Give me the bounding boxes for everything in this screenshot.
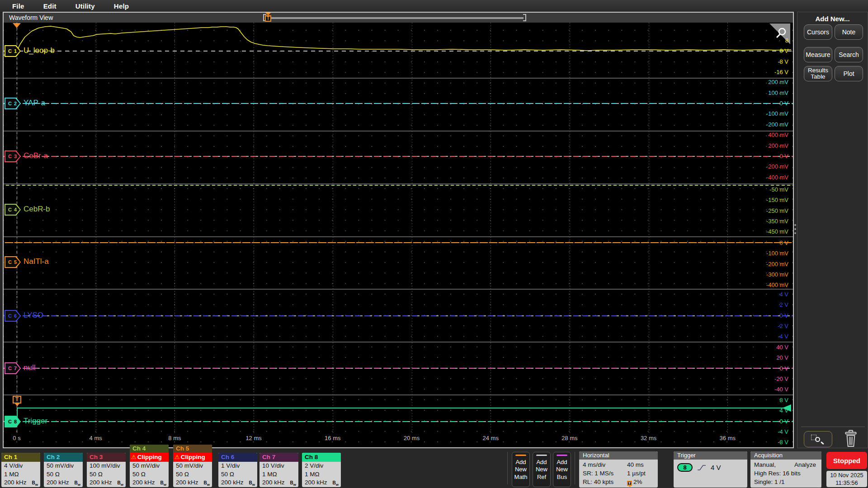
add-new-ref-button[interactable]: AddNewRef [533, 452, 551, 487]
channel-2-badge[interactable]: C 2 [5, 98, 21, 109]
add-new-results-table-button[interactable]: Results Table [804, 66, 832, 81]
panel-splitter-handle[interactable] [794, 224, 796, 236]
channel-1-badge[interactable]: C 1 [5, 45, 21, 57]
channel-7-scale-label: -20 V [752, 375, 788, 383]
channel-7-settings-badge[interactable]: Ch 710 V/div1 MΩ200 kHzBw [259, 453, 298, 487]
add-new-title: Add New... [797, 15, 868, 23]
horizontal-overview-bar[interactable]: T [263, 13, 526, 23]
trigger-pane[interactable]: Trigger 8 4 V [674, 451, 747, 488]
add-new-measure-button[interactable]: Measure [804, 47, 832, 62]
results-bar-separator [801, 427, 865, 427]
channel-3-badge[interactable]: C 3 [5, 150, 21, 162]
menu-item-help[interactable]: Help [114, 2, 129, 10]
channel-3-label[interactable]: CeBr-a [24, 151, 48, 160]
magnifier-handle-icon [821, 441, 824, 445]
channel-1-scale-label: -8 V [752, 58, 788, 66]
waveform-plot[interactable]: T C 1U_loop-b80 V-8 V-16 VC 2YAP-a200 mV… [4, 23, 793, 447]
channel-7-badge[interactable]: C 7 [5, 362, 21, 374]
add-btn-line: Add [533, 459, 550, 466]
time-axis-label: 24 ms [475, 435, 506, 441]
channel-2-settings-badge[interactable]: Ch 250 mV/div50 Ω200 kHzBw [44, 453, 83, 487]
add-btn-line: Math [512, 474, 529, 481]
add-new-note-button[interactable]: Note [835, 24, 863, 40]
channel-5-settings-badge[interactable]: Ch 5⚠Clipping50 mV/div50 Ω200 kHzBw [173, 445, 212, 487]
overview-right-bracket[interactable] [523, 14, 526, 21]
settings-separator [507, 452, 508, 484]
channel-scale-value: 50 mV/div [130, 462, 169, 470]
horizontal-value: 4 ms/div [583, 460, 627, 469]
major-gridline [727, 23, 728, 433]
channel-impedance-value: 1 MΩ [1, 470, 40, 479]
channel-4-label[interactable]: CebR-b [24, 205, 50, 214]
bandwidth-limit-icon: Bw [118, 479, 123, 487]
channel-impedance-value: 50 Ω [87, 470, 126, 479]
channel-6-badge[interactable]: C 6 [5, 310, 21, 322]
channel-4-scale-label: -150 mV [752, 197, 788, 204]
major-gridline [333, 23, 333, 433]
channel-5-scale-label: -200 mV [752, 261, 788, 268]
channel-6-settings-badge[interactable]: Ch 61 V/div50 Ω200 kHzBw [218, 453, 257, 487]
add-new-bus-button[interactable]: AddNewBus [553, 452, 571, 487]
channel-3-scale-label: -200 mV [752, 163, 788, 170]
channel-scale-value: 2 V/div [302, 462, 341, 470]
major-gridline [175, 23, 175, 433]
run-stop-button[interactable]: Stopped [826, 452, 867, 469]
channel-bandwidth-value: 200 kHzBw [130, 479, 169, 487]
horizontal-pane[interactable]: Horizontal 4 ms/div40 msSR: 1 MS/s1 µs/p… [579, 451, 658, 488]
channel-5-badge[interactable]: C 5 [5, 256, 21, 268]
channel-2-scale-label: -200 mV [752, 121, 788, 128]
channel-8-waveform [4, 421, 793, 422]
channel-4-settings-badge[interactable]: Ch 4⚠Clipping50 mV/div50 Ω200 kHzBw [130, 445, 169, 487]
channel-3-settings-badge[interactable]: Ch 3100 mV/div50 Ω200 kHzBw [87, 453, 126, 487]
channel-impedance-value: 50 Ω [218, 470, 257, 479]
channel-5-scale-label: -400 mV [752, 282, 788, 289]
channel-1-scale-label: 0 V [752, 47, 788, 55]
menu-item-file[interactable]: File [12, 2, 24, 10]
trigger-level-value: 4 V [711, 464, 721, 471]
add-new-math-button[interactable]: AddNewMath [512, 452, 530, 487]
menu-item-utility[interactable]: Utility [75, 2, 95, 10]
warning-icon: ⚠ [131, 453, 137, 462]
add-btn-line: Add [512, 459, 529, 466]
waveform-view-window: Waveform View T T C 1U_loop-b80 V-8 V-16… [3, 12, 794, 448]
time-axis-label: 4 ms [80, 435, 112, 441]
time-axis-label: 0 s [4, 435, 33, 441]
channel-2-scale-label: 0 V [752, 100, 788, 107]
trigger-source-badge: 8 [677, 463, 693, 472]
channel-badge-title: Ch 2 [44, 453, 83, 462]
channel-6-scale-label: 4 V [752, 291, 788, 298]
zoom-mode-button[interactable] [804, 431, 832, 447]
channel-8-label[interactable]: Trigger [24, 417, 47, 426]
rising-edge-icon [697, 464, 706, 471]
add-new-plot-button[interactable]: Plot [835, 66, 863, 81]
channel-1-settings-badge[interactable]: Ch 14 V/div1 MΩ200 kHzBw [1, 453, 40, 487]
channel-6-label[interactable]: LYSO [24, 311, 43, 320]
trigger-pane-title: Trigger [674, 451, 747, 460]
channel-8-scale-label: -8 V [752, 439, 788, 446]
channel-7-label[interactable]: null [24, 363, 35, 372]
overview-trigger-flag-icon[interactable]: T [265, 15, 271, 22]
menu-item-edit[interactable]: Edit [43, 2, 57, 10]
clipping-text: Clipping [137, 453, 162, 462]
add-new-cursors-button[interactable]: Cursors [804, 24, 832, 40]
channel-5-label[interactable]: NaITl-a [24, 257, 49, 266]
channel-badge-title: Ch 8 [302, 453, 341, 462]
warning-icon: ⚠ [175, 453, 180, 462]
add-new-search-button[interactable]: Search [835, 47, 863, 62]
horizontal-value: 1 µs/pt [627, 469, 654, 478]
channel-4-badge[interactable]: C 4 [5, 204, 21, 216]
time-axis-label: 32 ms [633, 435, 665, 441]
time-text: 11:35:56 [826, 479, 867, 487]
channel-1-label[interactable]: U_loop-b [24, 46, 55, 55]
channel-impedance-value: 50 Ω [130, 470, 169, 479]
bandwidth-limit-icon: Bw [160, 479, 166, 487]
major-gridline [96, 23, 96, 433]
channel-8-badge[interactable]: C 8 [5, 416, 21, 427]
channel-2-scale-label: 100 mV [752, 89, 788, 97]
trash-icon[interactable] [844, 430, 858, 448]
acquisition-analyze: Analyze [794, 460, 816, 469]
channel-2-label[interactable]: YAP-a [24, 99, 45, 108]
acquisition-pane[interactable]: Acquisition Manual, Analyze High Res: 16… [750, 451, 821, 488]
channel-8-settings-badge[interactable]: Ch 82 V/div1 MΩ200 kHzBw [302, 453, 341, 487]
channel-slice-divider [4, 78, 793, 79]
